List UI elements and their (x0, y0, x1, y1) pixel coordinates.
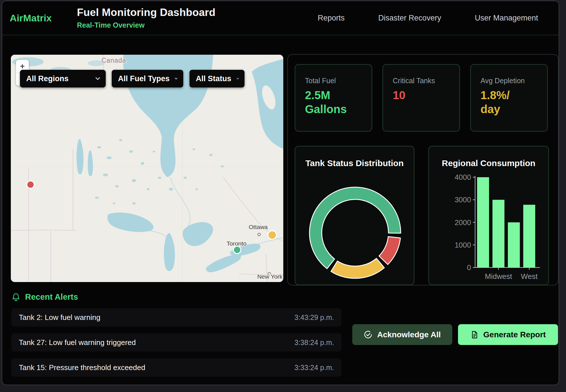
alerts-title: Recent Alerts (25, 292, 78, 302)
map-country-label: Canada (101, 57, 126, 64)
stat-card-avg-depletion: Avg Depletion 1.8%/ day (470, 64, 548, 132)
city-label-new-york: New York (257, 273, 283, 280)
filter-regions-dropdown[interactable]: All Regions (20, 70, 106, 87)
acknowledge-all-button[interactable]: Acknowledge All (352, 324, 452, 345)
fuel-map[interactable]: CanadaOttawaTorontoNew York (11, 55, 283, 282)
consumption-bar (523, 205, 535, 268)
metrics-panel: Total Fuel 2.5M Gallons Critical Tanks 1… (287, 54, 559, 285)
donut-segment-warning (331, 258, 384, 278)
alert-message: Tank 15: Pressure threshold exceeded (19, 363, 145, 372)
tank-marker-critical[interactable] (27, 181, 34, 188)
tank-status-chart-card: Tank Status Distribution (295, 146, 414, 285)
alert-time: 3:43:29 p.m. (294, 313, 334, 322)
alert-row[interactable]: Tank 27: Low fuel warning triggered 3:38… (11, 333, 341, 352)
alert-message: Tank 2: Low fuel warning (19, 313, 100, 322)
chevron-down-icon (175, 77, 178, 80)
regional-consumption-chart-title: Regional Consumption (429, 158, 548, 168)
stat-value-total-fuel: 2.5M Gallons (305, 88, 372, 116)
bar-y-tick-label: 3000 (455, 195, 471, 204)
alert-time: 3:33:24 p.m. (294, 364, 334, 372)
stat-value-avg-depletion: 1.8%/ day (481, 88, 547, 116)
main-nav: Reports Disaster Recovery User Managemen… (318, 14, 538, 23)
filter-fuel-types-dropdown[interactable]: All Fuel Types (112, 70, 183, 87)
filter-fuel-types-label: All Fuel Types (118, 74, 170, 83)
map-canvas: CanadaOttawaTorontoNew York (11, 55, 283, 282)
filter-status-dropdown[interactable]: All Status (190, 70, 245, 87)
tank-marker-normal[interactable] (233, 246, 241, 254)
alert-row[interactable]: Tank 2: Low fuel warning 3:43:29 p.m. (11, 308, 341, 326)
stat-card-critical-tanks: Critical Tanks 10 (382, 64, 460, 132)
check-circle-icon (364, 330, 372, 339)
brand-logo: AirMatrix (10, 13, 77, 24)
alert-row[interactable]: Tank 15: Pressure threshold exceeded 3:3… (11, 358, 341, 377)
bar-y-tick-label: 2000 (455, 218, 471, 227)
consumption-bar (492, 200, 504, 268)
bar-x-tick-label: Midwest (485, 272, 512, 281)
bar-y-tick-label: 4000 (455, 173, 471, 181)
filter-status-label: All Status (196, 74, 231, 83)
bell-icon (11, 293, 21, 302)
city-label-ottawa: Ottawa (249, 224, 268, 230)
alerts-header: Recent Alerts (11, 292, 78, 302)
header: AirMatrix Fuel Monitoring Dashboard Real… (2, 1, 559, 35)
tank-status-chart-title: Tank Status Distribution (295, 158, 414, 168)
generate-report-button[interactable]: Generate Report (458, 324, 558, 345)
generate-report-label: Generate Report (483, 330, 546, 339)
regional-consumption-chart-card: Regional Consumption 01000200030004000Mi… (428, 146, 549, 285)
nav-disaster-recovery[interactable]: Disaster Recovery (378, 14, 441, 23)
nav-reports[interactable]: Reports (318, 14, 345, 23)
consumption-bar (477, 177, 489, 268)
stat-label: Total Fuel (305, 77, 372, 85)
stat-value-critical-tanks: 10 (393, 88, 459, 102)
city-dot (258, 233, 260, 236)
page-subtitle: Real-Time Overview (77, 21, 215, 29)
filter-regions-label: All Regions (26, 74, 69, 83)
stat-card-total-fuel: Total Fuel 2.5M Gallons (295, 64, 372, 132)
bar-y-tick-label: 0 (467, 263, 471, 272)
tank-marker-warning[interactable] (268, 231, 276, 239)
chevron-down-icon (237, 77, 239, 80)
dashboard-root: AirMatrix Fuel Monitoring Dashboard Real… (2, 1, 559, 385)
bar-x-tick-label: West (521, 272, 538, 281)
nav-user-management[interactable]: User Management (475, 14, 538, 23)
consumption-bar (508, 222, 520, 268)
alert-time: 3:38:24 p.m. (294, 338, 334, 347)
stat-label: Avg Depletion (481, 77, 547, 85)
document-icon (470, 330, 479, 339)
donut-segment-critical (379, 236, 400, 264)
alert-message: Tank 27: Low fuel warning triggered (19, 338, 136, 347)
stat-label: Critical Tanks (393, 77, 459, 85)
chevron-down-icon (95, 77, 100, 80)
acknowledge-all-label: Acknowledge All (377, 330, 441, 339)
bar-y-tick-label: 1000 (455, 241, 471, 249)
page-title: Fuel Monitoring Dashboard (77, 7, 215, 19)
title-block: Fuel Monitoring Dashboard Real-Time Over… (77, 7, 215, 29)
